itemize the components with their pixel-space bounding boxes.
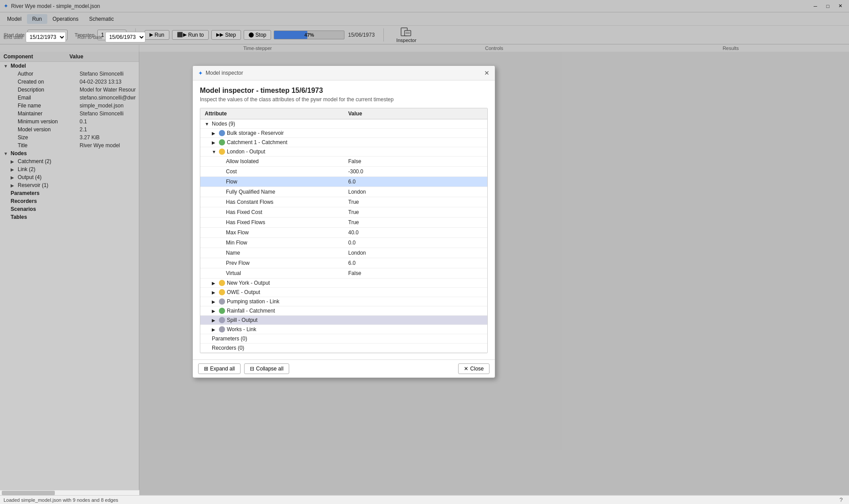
left-panel: Component Value ▼ Model Author Stefano S…: [0, 52, 139, 495]
tree-maintainer[interactable]: Maintainer Stefano Simoncelli: [0, 110, 139, 118]
menu-run[interactable]: Run: [27, 14, 47, 24]
menu-operations[interactable]: Operations: [47, 14, 84, 24]
expand-owe-icon[interactable]: ▶: [212, 290, 219, 295]
tree-description[interactable]: Description Model for Water Resour: [0, 86, 139, 94]
tree-model-version[interactable]: Model version 2.1: [0, 126, 139, 134]
expand-bulk-icon[interactable]: ▶: [212, 131, 219, 136]
nodes-count-label: Nodes (9): [212, 121, 394, 127]
progress-bar: 47%: [274, 31, 344, 39]
menu-model[interactable]: Model: [2, 14, 27, 24]
run-icon: ▶: [149, 32, 153, 38]
tree-size[interactable]: Size 3.27 KiB: [0, 134, 139, 141]
tree-recorders[interactable]: Recorders: [0, 197, 139, 205]
parameters-row[interactable]: Parameters (0): [200, 334, 487, 344]
controls-group: ▶ Run ⬛▶ Run to ▶▶ Step ⬤ Stop 47% 15/06…: [145, 30, 375, 40]
attr-prev-flow[interactable]: Prev Flow 6.0: [200, 258, 487, 268]
expand-london-icon[interactable]: ▼: [212, 149, 219, 154]
works-row[interactable]: ▶ Works - Link: [200, 325, 487, 334]
attr-max-flow[interactable]: Max Flow 40.0: [200, 228, 487, 238]
tree-output[interactable]: ▶ Output (4): [0, 173, 139, 181]
spill-icon: [219, 317, 225, 323]
collapse-all-button[interactable]: ⊟ Collapse all: [244, 363, 289, 374]
recorders-row[interactable]: Recorders (0): [200, 344, 487, 353]
step-button[interactable]: ▶▶ Step: [211, 30, 241, 40]
title-value: River Wye model: [80, 142, 137, 149]
tree-nodes-root[interactable]: ▼ Nodes: [0, 149, 139, 157]
attr-virtual[interactable]: Virtual False: [200, 268, 487, 279]
attr-cost[interactable]: Cost -300.0: [200, 167, 487, 177]
maintainer-label: Maintainer: [18, 111, 80, 117]
new-york-row[interactable]: ▶ New York - Output: [200, 279, 487, 288]
toolbar-divider-2: [383, 28, 384, 42]
tree-author[interactable]: Author Stefano Simoncelli: [0, 70, 139, 78]
spill-row[interactable]: ▶ Spill - Output: [200, 316, 487, 325]
section-label-controls: Controls: [376, 45, 612, 52]
recorders-label: Recorders (0): [212, 345, 394, 351]
close-modal-button[interactable]: ✕ Close: [458, 363, 490, 374]
tree-filename[interactable]: File name simple_model.json: [0, 102, 139, 110]
tree-email[interactable]: Email stefano.simoncelli@dwr: [0, 94, 139, 102]
minimize-button[interactable]: ─: [810, 2, 821, 11]
menu-schematic[interactable]: Schematic: [84, 14, 119, 24]
tree-reservoir[interactable]: ▶ Reservoir (1): [0, 181, 139, 189]
model-version-label: Model version: [18, 126, 80, 133]
attr-virtual-label: Virtual: [200, 268, 344, 278]
expand-newyork-icon[interactable]: ▶: [212, 281, 219, 286]
expand-catchment1-icon[interactable]: ▶: [212, 140, 219, 145]
tree-min-version[interactable]: Minimum version 0.1: [0, 118, 139, 126]
help-button[interactable]: ?: [837, 495, 845, 504]
title-label: Title: [18, 142, 80, 149]
expand-works-icon[interactable]: ▶: [212, 327, 219, 332]
tree-title[interactable]: Title River Wye model: [0, 141, 139, 149]
expand-pumping-icon[interactable]: ▶: [212, 299, 219, 304]
run-to-button[interactable]: ⬛▶ Run to: [172, 30, 209, 40]
inspector-button[interactable]: Inspector: [393, 26, 420, 44]
attr-has-constant-flows[interactable]: Has Constant Flows True: [200, 197, 487, 207]
tree-catchment[interactable]: ▶ Catchment (2): [0, 157, 139, 165]
run-to-date-select[interactable]: 15/06/1973: [105, 32, 145, 42]
owe-row[interactable]: ▶ OWE - Output: [200, 288, 487, 297]
attr-name[interactable]: Name London: [200, 248, 487, 258]
pumping-row[interactable]: ▶ Pumping station - Link: [200, 297, 487, 306]
attr-flow[interactable]: Flow 6.0: [200, 177, 487, 187]
tree-model-root[interactable]: ▼ Model: [0, 62, 139, 70]
nodes-root-row[interactable]: ▼ Nodes (9): [200, 119, 487, 129]
attr-fqn[interactable]: Fully Qualified Name London: [200, 187, 487, 197]
run-button[interactable]: ▶ Run: [145, 30, 169, 40]
bulk-storage-row[interactable]: ▶ Bulk storage - Reservoir: [200, 129, 487, 138]
maximize-button[interactable]: □: [822, 2, 833, 11]
tree-link[interactable]: ▶ Link (2): [0, 165, 139, 173]
modal-body: Model inspector - timestep 15/6/1973 Ins…: [193, 80, 495, 359]
expand-icon: ▶: [11, 167, 18, 172]
expand-all-button[interactable]: ⊞ Expand all: [198, 363, 241, 374]
run-label: Run: [155, 32, 164, 38]
attr-has-fixed-flows[interactable]: Has Fixed Flows True: [200, 218, 487, 228]
tree-tables[interactable]: Tables: [0, 213, 139, 221]
attr-allow-isolated[interactable]: Allow Isolated False: [200, 157, 487, 167]
tree-scenarios[interactable]: Scenarios: [0, 205, 139, 213]
modal-close-button[interactable]: ✕: [484, 69, 490, 76]
filename-value: simple_model.json: [80, 103, 137, 109]
expand-rainfall-icon[interactable]: ▶: [212, 309, 219, 313]
tree-created-on[interactable]: Created on 04-02-2023 13:13: [0, 78, 139, 86]
end-date-select[interactable]: 15/12/1973: [26, 32, 66, 42]
description-label: Description: [18, 87, 80, 93]
modal-footer: ⊞ Expand all ⊟ Collapse all ✕ Close: [193, 359, 495, 378]
tree-parameters[interactable]: Parameters: [0, 189, 139, 197]
attr-min-flow[interactable]: Min Flow 0.0: [200, 238, 487, 248]
stop-button[interactable]: ⬤ Stop: [244, 30, 272, 40]
attr-hcf-label: Has Constant Flows: [200, 197, 344, 207]
modal-table-header: Attribute Value: [200, 108, 487, 119]
attr-minflow-value: 0.0: [344, 238, 488, 248]
bulk-storage-icon: [219, 130, 225, 136]
attr-virtual-value: False: [344, 268, 488, 278]
attr-flow-label: Flow: [200, 177, 344, 187]
attr-has-fixed-cost[interactable]: Has Fixed Cost True: [200, 207, 487, 218]
horizontal-scrollbar[interactable]: [0, 490, 139, 495]
rainfall-row[interactable]: ▶ Rainfall - Catchment: [200, 306, 487, 316]
london-row[interactable]: ▼ London - Output: [200, 147, 487, 157]
catchment1-row[interactable]: ▶ Catchment 1 - Catchment: [200, 138, 487, 147]
expand-spill-icon[interactable]: ▶: [212, 318, 219, 323]
expand-nodes-icon[interactable]: ▼: [205, 122, 212, 126]
close-button[interactable]: ✕: [835, 2, 845, 11]
